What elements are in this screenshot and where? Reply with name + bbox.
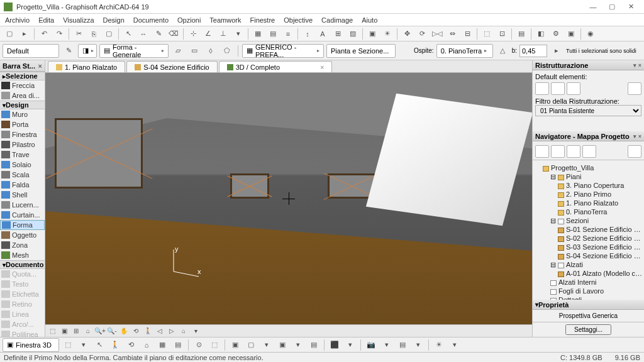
bb-icon[interactable]: ⊙ xyxy=(192,339,206,351)
bb-icon[interactable]: ▤ xyxy=(171,339,185,351)
tool-falda[interactable]: Falda xyxy=(0,180,45,190)
navigator-header[interactable]: Navigatore - Mappa Progetto▾ × xyxy=(533,131,644,141)
restructure-btn-2[interactable] xyxy=(551,82,565,95)
tool-quota[interactable]: Quota... xyxy=(0,269,45,279)
bb-icon[interactable]: 🚶 xyxy=(108,339,122,351)
arrow-right-icon[interactable]: ▸ xyxy=(550,45,564,57)
bb-icon[interactable]: ▣ xyxy=(275,339,289,351)
angle-icon[interactable]: ∠ xyxy=(201,28,215,40)
eyedropper-icon[interactable]: ✎ xyxy=(62,45,75,57)
sun-icon[interactable]: ☀ xyxy=(380,28,394,40)
tool-linea[interactable]: Linea xyxy=(0,309,45,319)
snap-icon[interactable]: ⊹ xyxy=(186,28,200,40)
layer-icon[interactable]: ▤ xyxy=(266,28,280,40)
zoom-out-icon[interactable]: 🔍- xyxy=(106,326,118,336)
menu-aiuto[interactable]: Aiuto xyxy=(362,16,377,24)
restructure-btn-4[interactable] xyxy=(628,82,641,95)
chevron-down-icon[interactable]: ▾ xyxy=(190,326,201,336)
paste-icon[interactable]: ▢ xyxy=(102,28,116,40)
tool-curtain[interactable]: Curtain... xyxy=(0,210,45,220)
prev-icon[interactable]: ◁ xyxy=(154,326,165,336)
nav-icon[interactable]: ▣ xyxy=(58,326,70,336)
menu-archivio[interactable]: Archivio xyxy=(5,16,30,24)
bb-icon[interactable]: ⬚ xyxy=(61,339,75,351)
select-icon[interactable]: ↖ xyxy=(121,28,135,40)
bb-icon[interactable]: 📷 xyxy=(364,339,378,351)
nav-icon[interactable]: ⊞ xyxy=(70,326,82,336)
bb-icon[interactable]: ▾ xyxy=(77,339,91,351)
tool-area[interactable]: Area di... xyxy=(0,90,45,101)
minimize-button[interactable]: — xyxy=(584,1,602,13)
tool-mesh[interactable]: Mesh xyxy=(0,250,45,260)
tool-trave[interactable]: Trave xyxy=(0,150,45,160)
restructure-btn-3[interactable] xyxy=(567,82,580,95)
bb-icon[interactable]: ▾ xyxy=(448,339,462,351)
walk-icon[interactable]: 🚶 xyxy=(142,326,153,336)
nav-icon[interactable]: ⬚ xyxy=(47,326,58,336)
rotate-icon[interactable]: ⟳ xyxy=(415,28,429,40)
section-selezione[interactable]: ▸ Selezione xyxy=(0,72,45,80)
tool-etichetta[interactable]: Etichetta xyxy=(0,289,45,299)
copy-icon[interactable]: ⎘ xyxy=(87,28,101,40)
bb-icon[interactable]: ▾ xyxy=(260,339,274,351)
grid-icon[interactable]: ▦ xyxy=(251,28,265,40)
menu-opzioni[interactable]: Opzioni xyxy=(177,16,201,24)
proprieta-header[interactable]: ▾ Proprietà xyxy=(533,300,644,310)
palette-icon[interactable]: ◧ xyxy=(534,28,548,40)
height-input[interactable]: 0,45 xyxy=(519,45,547,57)
menu-documento[interactable]: Documento xyxy=(133,16,169,24)
tool-muro[interactable]: Muro xyxy=(0,109,45,119)
ungroup-icon[interactable]: ⊡ xyxy=(495,28,509,40)
angle-icon-2[interactable]: △ xyxy=(496,45,509,57)
tab-sezione[interactable]: S-04 Sezione Edificio xyxy=(126,61,218,72)
align-icon[interactable]: ≡ xyxy=(281,28,295,40)
bb-icon[interactable]: ⟲ xyxy=(124,339,138,351)
cut-icon[interactable]: ✂ xyxy=(72,28,86,40)
tool-polilinea[interactable]: Polilinea xyxy=(0,329,45,337)
orbit-icon[interactable]: ⟲ xyxy=(130,326,142,336)
story-dropdown[interactable]: 0. PianoTerra▸ xyxy=(436,44,493,58)
geom2-icon[interactable]: ▭ xyxy=(187,45,201,57)
tab-3d[interactable]: 3D / Completo× xyxy=(219,61,333,72)
section-documento[interactable]: ▾ Documento xyxy=(0,260,45,269)
fill-icon[interactable]: ▨ xyxy=(346,28,360,40)
tool-forma[interactable]: Forma xyxy=(0,220,45,230)
tab-piano-rialzato[interactable]: 1. Piano Rialzato xyxy=(48,61,125,72)
tool-pilastro[interactable]: Pilastro xyxy=(0,140,45,150)
next-icon[interactable]: ▷ xyxy=(166,326,177,336)
move-icon[interactable]: ✥ xyxy=(400,28,414,40)
gear-icon[interactable]: ⚙ xyxy=(549,28,563,40)
stretch-icon[interactable]: ⇔ xyxy=(445,28,459,40)
library-icon[interactable]: ▣ xyxy=(564,28,578,40)
menu-cadimage[interactable]: Cadimage xyxy=(321,16,353,24)
default-dropdown[interactable]: Default xyxy=(3,44,59,58)
nav-mode-4[interactable] xyxy=(582,145,596,158)
tool-testo[interactable]: Testo xyxy=(0,279,45,289)
bb-icon[interactable]: ↖ xyxy=(92,339,106,351)
bb-icon[interactable]: ▾ xyxy=(343,339,357,351)
perp-icon[interactable]: ⊥ xyxy=(216,28,230,40)
undo-icon[interactable]: ↶ xyxy=(37,28,51,40)
tool-retino[interactable]: Retino xyxy=(0,299,45,309)
nav-mode-5[interactable] xyxy=(628,145,641,158)
new-icon[interactable]: ▢ xyxy=(3,28,16,40)
window-tab[interactable]: ▣Finestra 3D xyxy=(3,338,59,352)
project-tree[interactable]: Progetto_Villa ⊟ Piani 3. Piano Copertur… xyxy=(533,162,644,300)
bb-icon[interactable]: ⬚ xyxy=(208,339,221,351)
layers-icon[interactable]: ▤ xyxy=(514,28,528,40)
view3d-icon[interactable]: ▣ xyxy=(365,28,379,40)
help-icon[interactable]: ◉ xyxy=(584,28,597,40)
bb-icon[interactable]: ▾ xyxy=(411,339,425,351)
tool-arco[interactable]: Arco/... xyxy=(0,319,45,329)
menu-visualizza[interactable]: Visualizza xyxy=(63,16,94,24)
bb-icon[interactable]: ▦ xyxy=(155,339,169,351)
shape-dropdown[interactable]: ▤Forma - Generale▸ xyxy=(99,44,169,58)
view-dropdown[interactable]: Pianta e Sezione... xyxy=(326,44,396,58)
menu-finestre[interactable]: Finestre xyxy=(250,16,275,24)
geom3-icon[interactable]: ◊ xyxy=(204,45,218,57)
tool-shell[interactable]: Shell xyxy=(0,190,45,200)
3d-viewport[interactable]: yx xyxy=(45,73,532,324)
menu-design[interactable]: Design xyxy=(103,16,125,24)
pan-icon[interactable]: ✋ xyxy=(118,326,130,336)
bb-icon[interactable]: ▢ xyxy=(244,339,258,351)
